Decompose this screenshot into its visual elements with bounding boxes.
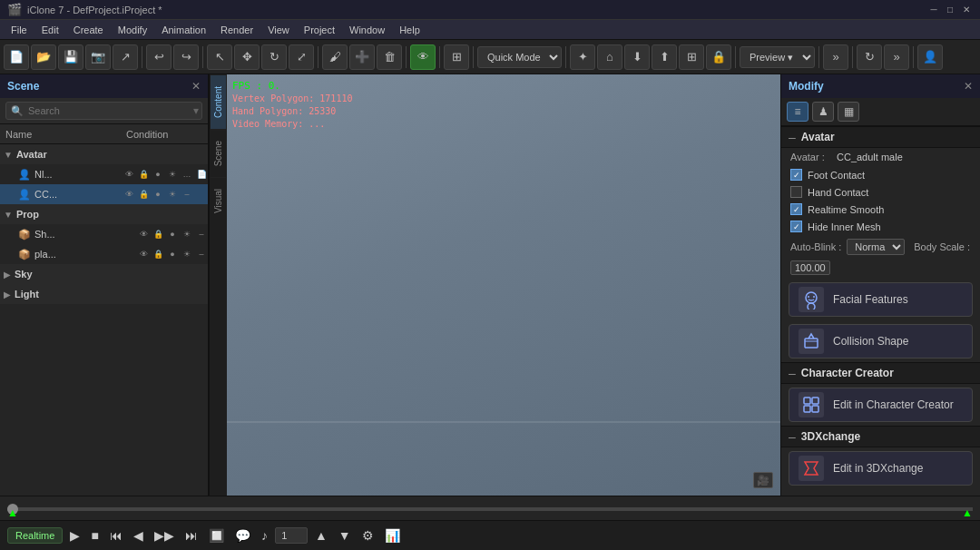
search-dropdown-icon[interactable]: ▾ bbox=[193, 104, 199, 117]
avatar-section-header[interactable]: – Avatar bbox=[781, 126, 980, 148]
tree-item-pla[interactable]: 📦 pla... 👁 🔒 ● ☀ – bbox=[0, 244, 208, 264]
tree-group-light-header[interactable]: ▶ Light bbox=[0, 284, 208, 304]
modify-tab-anim[interactable]: ♟ bbox=[812, 102, 834, 122]
side-tab-visual[interactable]: Visual bbox=[211, 177, 226, 224]
modify-tab-grid[interactable]: ▦ bbox=[838, 102, 859, 122]
menu-render[interactable]: Render bbox=[213, 23, 260, 37]
scale-button[interactable]: ⤢ bbox=[289, 44, 314, 70]
menu-edit[interactable]: Edit bbox=[34, 23, 66, 37]
tree-group-prop-header[interactable]: ▼ Prop bbox=[0, 204, 208, 224]
side-tab-content[interactable]: Content bbox=[211, 74, 226, 129]
menu-project[interactable]: Project bbox=[297, 23, 342, 37]
minimize-button[interactable]: ─ bbox=[927, 4, 940, 16]
next-frame-button[interactable]: ▶▶ bbox=[151, 526, 178, 545]
home-button[interactable]: ⌂ bbox=[597, 44, 622, 70]
menu-help[interactable]: Help bbox=[392, 23, 427, 37]
foot-contact-checkbox[interactable]: ✓ bbox=[790, 169, 802, 181]
settings-playback-button[interactable]: ⚙ bbox=[358, 526, 377, 545]
tree-group-sky-header[interactable]: ▶ Sky bbox=[0, 264, 208, 284]
timeline-slider[interactable] bbox=[7, 507, 973, 511]
search-input[interactable] bbox=[5, 102, 202, 120]
menu-file[interactable]: File bbox=[4, 23, 34, 37]
screenshot-button[interactable]: 📷 bbox=[85, 44, 111, 70]
redo-button[interactable]: ↪ bbox=[173, 44, 199, 70]
scene-close-icon[interactable]: ✕ bbox=[191, 80, 201, 93]
goto-start-button[interactable]: ⏮ bbox=[106, 526, 126, 545]
frame-down-button[interactable]: ▼ bbox=[335, 526, 355, 545]
realtime-button[interactable]: Realtime bbox=[7, 527, 63, 544]
paint-button[interactable]: 🖌 bbox=[322, 44, 348, 70]
move-button[interactable]: ✥ bbox=[234, 44, 260, 70]
play-button[interactable]: ▶ bbox=[66, 526, 83, 545]
save-button[interactable]: 💾 bbox=[58, 44, 83, 70]
vis-icon-4[interactable]: 👁 bbox=[137, 250, 150, 259]
vis-icon-2[interactable]: 👁 bbox=[122, 190, 135, 199]
close-button[interactable]: ✕ bbox=[960, 4, 973, 16]
lock-icon[interactable]: 🔒 bbox=[137, 170, 150, 179]
character-creator-section-header[interactable]: – Character Creator bbox=[781, 362, 980, 384]
side-tab-scene[interactable]: Scene bbox=[211, 129, 226, 177]
music-button[interactable]: ♪ bbox=[258, 526, 271, 545]
lock-icon-3[interactable]: 🔒 bbox=[152, 230, 164, 239]
up-button[interactable]: ⬆ bbox=[652, 44, 677, 70]
frame-input[interactable] bbox=[275, 527, 308, 544]
lock-icon-4[interactable]: 🔒 bbox=[152, 250, 164, 259]
open-button[interactable]: 📂 bbox=[31, 44, 56, 70]
quick-mode-dropdown[interactable]: Quick Mode bbox=[477, 46, 562, 68]
settings-button[interactable]: » bbox=[884, 44, 909, 70]
prev-frame-button[interactable]: ◀ bbox=[130, 526, 147, 545]
menu-animation[interactable]: Animation bbox=[154, 23, 213, 37]
lock-button[interactable]: 🔒 bbox=[706, 44, 731, 70]
sun-icon-2[interactable]: ☀ bbox=[166, 190, 179, 199]
sun-icon[interactable]: ☀ bbox=[166, 170, 179, 179]
down-button[interactable]: ⬇ bbox=[624, 44, 650, 70]
auto-blink-select[interactable]: Norma bbox=[847, 239, 905, 255]
menu-modify[interactable]: Modify bbox=[111, 23, 154, 37]
hide-inner-mesh-checkbox[interactable]: ✓ bbox=[790, 221, 802, 232]
threedxchange-section-header[interactable]: – 3DXchange bbox=[781, 426, 980, 447]
more-icon[interactable]: … bbox=[181, 170, 193, 179]
sun-icon-3[interactable]: ☀ bbox=[181, 230, 193, 239]
export-button[interactable]: ↗ bbox=[113, 44, 138, 70]
menu-view[interactable]: View bbox=[260, 23, 297, 37]
goto-end-button[interactable]: ⏭ bbox=[181, 526, 201, 545]
hand-contact-checkbox[interactable] bbox=[790, 186, 802, 198]
more-icon-2[interactable]: – bbox=[181, 190, 193, 199]
undo-button[interactable]: ↩ bbox=[146, 44, 172, 70]
select-button[interactable]: ↖ bbox=[207, 44, 232, 70]
vis-icon-3[interactable]: 👁 bbox=[137, 230, 150, 239]
frame-button[interactable]: ⊞ bbox=[444, 44, 469, 70]
modify-tab-list[interactable]: ≡ bbox=[787, 102, 808, 122]
tree-item-sh[interactable]: 📦 Sh... 👁 🔒 ● ☀ – bbox=[0, 224, 208, 244]
modify-close-icon[interactable]: ✕ bbox=[964, 80, 973, 93]
loop-button[interactable]: 🔲 bbox=[205, 526, 228, 545]
tree-group-avatar-header[interactable]: ▼ Avatar bbox=[0, 144, 208, 164]
delete-button[interactable]: 🗑 bbox=[377, 44, 402, 70]
rotate-button[interactable]: ↻ bbox=[261, 44, 287, 70]
camera-overlay-button[interactable]: 🎥 bbox=[753, 472, 773, 488]
edit-in-3dx-button[interactable]: Edit in 3DXchange bbox=[789, 451, 973, 486]
sun-icon-4[interactable]: ☀ bbox=[181, 250, 193, 259]
add-button[interactable]: ➕ bbox=[349, 44, 375, 70]
new-button[interactable]: 📄 bbox=[4, 44, 29, 70]
realtime-smooth-checkbox[interactable]: ✓ bbox=[790, 203, 802, 215]
maximize-button[interactable]: □ bbox=[944, 4, 956, 16]
caption-button[interactable]: 💬 bbox=[231, 526, 254, 545]
edit-in-cc-button[interactable]: Edit in Character Creator bbox=[789, 388, 973, 422]
collision-shape-button[interactable]: Collision Shape bbox=[789, 324, 973, 358]
tree-item-nl[interactable]: 👤 Nl... 👁 🔒 ● ☀ … 📄 bbox=[0, 164, 208, 184]
lock-icon-2[interactable]: 🔒 bbox=[137, 190, 150, 199]
avatar-button[interactable]: 👤 bbox=[917, 44, 943, 70]
frame-up-button[interactable]: ▲ bbox=[311, 526, 331, 545]
refresh-button[interactable]: ↻ bbox=[857, 44, 882, 70]
menu-create[interactable]: Create bbox=[66, 23, 111, 37]
stop-button[interactable]: ■ bbox=[87, 526, 102, 545]
menu-window[interactable]: Window bbox=[342, 23, 392, 37]
light-button[interactable]: ✦ bbox=[570, 44, 595, 70]
more-button[interactable]: » bbox=[823, 44, 848, 70]
eye-button[interactable]: 👁 bbox=[410, 44, 436, 70]
titlebar-controls[interactable]: ─ □ ✕ bbox=[927, 4, 973, 16]
grid-button[interactable]: ⊞ bbox=[679, 44, 704, 70]
preview-dropdown[interactable]: Preview ▾ bbox=[740, 46, 815, 68]
vis-icon[interactable]: 👁 bbox=[122, 170, 135, 179]
